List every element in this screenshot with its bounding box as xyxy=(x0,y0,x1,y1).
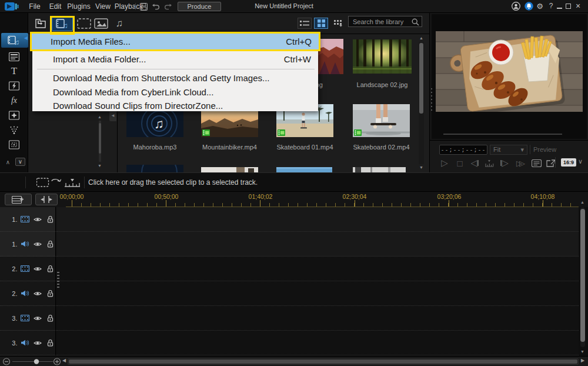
filter-video-icon[interactable] xyxy=(76,16,92,31)
help-icon[interactable]: ? xyxy=(547,0,555,13)
menu-view[interactable]: View xyxy=(93,0,113,13)
explorer-scroll-up-icon[interactable]: ▲ xyxy=(98,115,102,119)
stop-button[interactable]: □ xyxy=(453,157,466,169)
library-scrollbar-thumb[interactable] xyxy=(419,43,423,114)
add-clip-to-timeline-icon[interactable] xyxy=(36,177,82,188)
menu-item-download-directorzone[interactable]: Download Sound Clips from DirectorZone..… xyxy=(32,99,318,112)
track-header-video-3[interactable]: 3. xyxy=(0,306,56,331)
media-thumbnail-skateboard-02[interactable] xyxy=(353,104,410,137)
track-header-audio-2[interactable]: 2. xyxy=(0,281,56,306)
media-thumbnail-partial[interactable] xyxy=(201,167,258,172)
track-header-video-2[interactable]: 2. xyxy=(0,257,56,281)
settings-gear-icon[interactable]: ⚙ xyxy=(535,0,544,13)
close-icon[interactable]: × xyxy=(574,0,582,13)
track-lane-video-1[interactable] xyxy=(56,207,579,232)
timeline-ruler-row[interactable]: 00;00;00 00;50;00 01;40;02 02;30;04 03;2… xyxy=(0,192,588,207)
media-thumbnail-mountainbiker[interactable] xyxy=(201,111,258,137)
undo-icon[interactable] xyxy=(152,4,161,10)
next-frame-button[interactable]: ▷ xyxy=(498,157,511,169)
preview-details-button[interactable] xyxy=(530,157,543,169)
track-lane-video-2[interactable] xyxy=(56,257,579,281)
save-icon[interactable] xyxy=(140,3,148,11)
produce-button[interactable]: Produce xyxy=(178,2,221,11)
track-lane-video-3[interactable] xyxy=(56,306,579,331)
lock-icon[interactable] xyxy=(45,339,56,347)
show-media-icon[interactable]: ♫ xyxy=(52,16,73,31)
sidebar-item-media-room[interactable]: ♫ xyxy=(0,33,28,47)
menu-file[interactable]: File xyxy=(26,0,44,13)
sidebar-scroll-up-icon[interactable]: ∧ xyxy=(3,158,13,166)
timeline-hscrollbar[interactable] xyxy=(68,358,579,365)
media-thumbnail-mahoroba[interactable]: ♫ xyxy=(126,110,183,137)
sidebar-item-overlay-room[interactable] xyxy=(0,49,28,64)
lock-icon[interactable] xyxy=(45,290,56,297)
menu-item-download-cyberlink-cloud[interactable]: Download Media from CyberLink Cloud... xyxy=(32,85,318,99)
list-view-icon[interactable] xyxy=(298,18,312,29)
track-lane-audio-1[interactable] xyxy=(56,232,579,257)
sidebar-item-pip-objects-room[interactable] xyxy=(0,108,28,122)
previous-frame-button[interactable]: ◁ xyxy=(468,157,481,169)
lock-icon[interactable] xyxy=(45,240,56,248)
filter-photo-icon[interactable] xyxy=(93,16,109,31)
sort-library-icon[interactable] xyxy=(332,16,346,31)
maximize-icon[interactable] xyxy=(566,4,571,9)
lock-icon[interactable] xyxy=(45,215,56,223)
snapshot-marker-button[interactable] xyxy=(483,157,496,169)
redo-icon[interactable] xyxy=(163,4,172,10)
explorer-scrollbar-thumb[interactable] xyxy=(99,123,101,154)
search-icon[interactable] xyxy=(412,18,419,26)
aspect-ratio-badge[interactable]: 16:9 xyxy=(561,158,576,167)
play-button[interactable]: ▷ xyxy=(438,157,451,169)
sidebar-item-mask-designer-room[interactable] xyxy=(0,138,28,152)
aspect-chevron-icon[interactable]: ∨ xyxy=(578,158,583,165)
track-manager-button[interactable] xyxy=(5,194,32,205)
preview-video-area[interactable] xyxy=(432,14,587,139)
preview-panel-splitter[interactable] xyxy=(430,88,433,112)
eye-icon[interactable] xyxy=(32,340,43,346)
eye-icon[interactable] xyxy=(32,315,43,321)
lock-icon[interactable] xyxy=(45,265,56,272)
import-media-icon[interactable] xyxy=(33,16,48,31)
menu-item-import-media-folder[interactable]: Import a Media Folder... Ctrl+W xyxy=(32,51,318,67)
media-thumbnail-audio-partial[interactable] xyxy=(126,165,183,172)
timeline-scroll-down-icon[interactable]: ▼ xyxy=(580,350,584,354)
eye-icon[interactable] xyxy=(32,291,43,297)
timeline-vscroll-thumb[interactable] xyxy=(580,209,585,342)
library-scroll-up-icon[interactable]: ▲ xyxy=(419,36,423,41)
sidebar-item-particle-room[interactable] xyxy=(0,123,28,137)
explorer-scroll-down-icon[interactable]: ▼ xyxy=(98,164,102,168)
sidebar-item-transition-room[interactable] xyxy=(0,79,28,93)
menu-edit[interactable]: Edit xyxy=(46,0,65,13)
timeline-vscrollbar[interactable]: ▲ ▼ xyxy=(579,200,587,355)
fast-forward-button[interactable]: ▷▷ xyxy=(513,157,526,169)
grid-view-icon[interactable] xyxy=(314,18,328,29)
track-header-audio-1[interactable]: 1. xyxy=(0,232,56,257)
menu-plugins[interactable]: Plugins xyxy=(66,0,92,13)
library-scrollbar[interactable] xyxy=(419,42,424,164)
track-header-video-1[interactable]: 1. xyxy=(0,207,56,232)
timeline-hint-text[interactable]: Click here or drag the selected clip to … xyxy=(88,178,258,187)
sidebar-item-effect-room[interactable]: fx xyxy=(0,94,28,108)
minimize-icon[interactable] xyxy=(557,8,562,9)
timeline-zoom-slider[interactable] xyxy=(2,357,61,366)
library-scroll-down-icon[interactable]: ▼ xyxy=(419,165,423,170)
hscroll-left-icon[interactable]: ◀ xyxy=(62,358,66,363)
explorer-scrollbar[interactable] xyxy=(99,121,101,162)
track-lane-audio-3[interactable] xyxy=(56,331,579,355)
eye-icon[interactable] xyxy=(32,266,43,272)
sidebar-item-title-room[interactable]: T xyxy=(0,64,28,78)
track-header-audio-3[interactable]: 3. xyxy=(0,331,56,355)
timeline-scroll-up-icon[interactable]: ▲ xyxy=(580,200,584,205)
timeline-vscroll-track[interactable] xyxy=(580,207,585,347)
menu-item-import-media-files[interactable]: Import Media Files... Ctrl+Q xyxy=(30,32,320,51)
eye-icon[interactable] xyxy=(32,241,43,247)
sidebar-scroll-down-icon[interactable]: ∨ xyxy=(15,158,25,166)
track-lane-audio-2[interactable] xyxy=(56,281,579,306)
media-thumbnail-partial[interactable] xyxy=(276,167,332,172)
track-panel-splitter[interactable] xyxy=(57,272,59,288)
preview-seek-bar[interactable] xyxy=(443,134,562,135)
hscroll-right-icon[interactable]: ▶ xyxy=(581,358,584,363)
filter-audio-icon[interactable]: ♫ xyxy=(112,16,127,31)
account-avatar-icon[interactable] xyxy=(512,2,520,11)
timeline-hscroll-thumb[interactable] xyxy=(69,360,577,364)
